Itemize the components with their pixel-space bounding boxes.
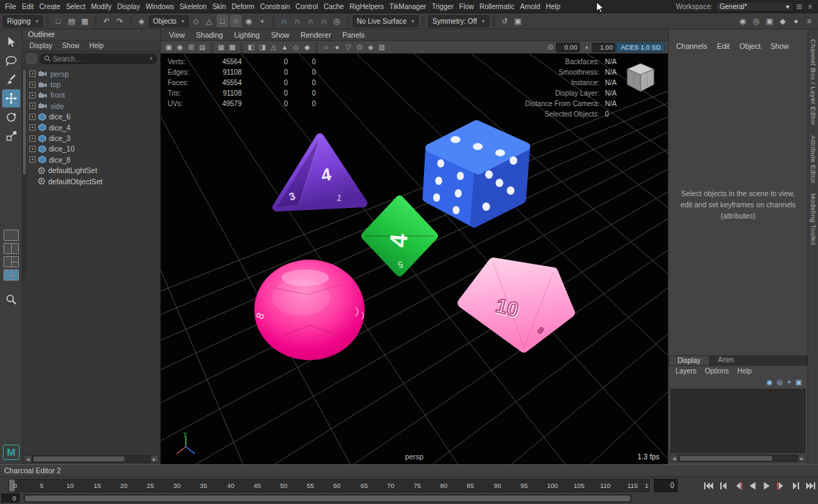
safe-action-icon[interactable]: ◇ bbox=[291, 42, 301, 53]
step-forward-frame-button[interactable] bbox=[789, 477, 803, 494]
menu-trigger[interactable]: Trigger bbox=[429, 1, 456, 12]
menu-file[interactable]: File bbox=[2, 1, 19, 12]
menu-display[interactable]: Display bbox=[115, 1, 143, 12]
layout-two-pane-button[interactable] bbox=[3, 243, 19, 254]
select-tool-button[interactable] bbox=[2, 33, 20, 51]
expand-icon[interactable]: + bbox=[29, 146, 36, 152]
render-view-icon[interactable]: ◉ bbox=[737, 15, 749, 27]
die-d8-green[interactable]: 4 5 bbox=[365, 200, 434, 272]
viewport-menu-shading[interactable]: Shading bbox=[191, 30, 229, 40]
scroll-right-icon[interactable]: ▶ bbox=[150, 455, 159, 463]
layout-three-pane-button[interactable] bbox=[3, 256, 19, 267]
menu-righelpers[interactable]: RigHelpers bbox=[346, 1, 386, 12]
step-back-frame-button[interactable] bbox=[716, 477, 730, 494]
tab-channel-box-layer-editor[interactable]: Channel Box / Layer Editor bbox=[810, 39, 817, 126]
menu-skin[interactable]: Skin bbox=[210, 1, 228, 12]
expand-icon[interactable]: + bbox=[29, 135, 36, 142]
expand-icon[interactable]: + bbox=[29, 156, 36, 163]
exposure-field[interactable]: 0.00 bbox=[556, 43, 580, 52]
layout-single-pane-button[interactable] bbox=[3, 230, 19, 241]
viewport-menu-lighting[interactable]: Lighting bbox=[228, 30, 265, 40]
gamma-field[interactable]: 1.00 bbox=[592, 43, 615, 52]
scroll-left-icon[interactable]: ◀ bbox=[670, 454, 678, 462]
viewport-menu-renderer[interactable]: Renderer bbox=[295, 30, 337, 40]
panel-menu-icon[interactable]: ≡ bbox=[803, 15, 815, 27]
snap-to-curve-icon[interactable]: ∩ bbox=[291, 15, 303, 27]
outliner-item-dice_3[interactable]: + dice_3 bbox=[28, 133, 159, 143]
tab-modeling-toolkit[interactable]: Modeling Toolkit bbox=[810, 193, 817, 245]
resolution-gate-icon[interactable]: ◨ bbox=[257, 42, 268, 53]
outliner-menu-display[interactable]: Display bbox=[25, 41, 57, 50]
shaded-icon[interactable]: ● bbox=[332, 42, 342, 53]
menu-deform[interactable]: Deform bbox=[228, 1, 257, 12]
menu-rollermatic[interactable]: Rollermatic bbox=[476, 1, 517, 12]
light-editor-icon[interactable]: ● bbox=[790, 15, 802, 27]
menu-flow[interactable]: Flow bbox=[456, 1, 476, 12]
add-layer-icon[interactable]: ◎ bbox=[777, 378, 783, 386]
outliner-item-dice_10[interactable]: + dice_10 bbox=[28, 144, 159, 154]
make-live-icon[interactable]: ◎ bbox=[331, 15, 343, 27]
menu-edit[interactable]: Edit bbox=[19, 1, 36, 12]
select-camera-icon[interactable]: ▣ bbox=[163, 42, 174, 53]
layer-horizontal-scrollbar[interactable]: ◀ ▶ bbox=[670, 454, 806, 462]
textured-icon[interactable]: ▽ bbox=[343, 42, 353, 53]
menu-cache[interactable]: Cache bbox=[321, 1, 346, 12]
outliner-item-defaultLightSet[interactable]: defaultLightSet bbox=[28, 165, 159, 176]
select-faces-icon[interactable]: □ bbox=[217, 15, 228, 27]
safe-title-icon[interactable]: ◆ bbox=[302, 42, 312, 53]
select-curves-icon[interactable]: △ bbox=[203, 15, 215, 27]
outliner-item-front[interactable]: + front bbox=[28, 90, 159, 101]
toggle-layer-visibility-icon[interactable]: ◉ bbox=[766, 378, 773, 386]
2d-pan-zoom-icon[interactable]: ▩ bbox=[227, 42, 238, 53]
menu-control[interactable]: Control bbox=[293, 1, 321, 12]
outliner-search-input[interactable] bbox=[53, 55, 147, 63]
outliner-item-dice_6[interactable]: + dice_6 bbox=[28, 112, 159, 122]
die-d4-purple[interactable]: 4 3 1 bbox=[277, 138, 363, 207]
menu-arnold[interactable]: Arnold bbox=[518, 1, 543, 12]
lasso-tool-button[interactable] bbox=[2, 52, 20, 70]
menu-windows[interactable]: Windows bbox=[143, 1, 177, 12]
step-forward-key-button[interactable] bbox=[775, 477, 789, 494]
film-gate-icon[interactable]: ◧ bbox=[246, 42, 256, 53]
channel-box-menu-edit[interactable]: Edit bbox=[712, 41, 734, 51]
expand-icon[interactable]: + bbox=[29, 71, 36, 77]
workspace-pin-icon[interactable]: ⊞ bbox=[794, 1, 805, 12]
workspace-menu-icon[interactable]: ≡ bbox=[805, 1, 816, 12]
tab-attribute-editor[interactable]: Attribute Editor bbox=[810, 135, 817, 184]
image-plane-icon[interactable]: ▦ bbox=[216, 42, 226, 53]
menu-tikmanager[interactable]: TikManager bbox=[387, 1, 429, 12]
die-d6-blue[interactable] bbox=[427, 124, 526, 223]
range-slider[interactable] bbox=[24, 494, 631, 503]
wireframe-icon[interactable]: ○ bbox=[321, 42, 331, 53]
selection-mask-select[interactable]: Objects ▾ bbox=[149, 15, 189, 27]
expand-icon[interactable]: + bbox=[29, 82, 36, 88]
outliner-menu-show[interactable]: Show bbox=[58, 41, 84, 50]
layer-options-icon[interactable]: ▣ bbox=[796, 378, 802, 386]
viewport-canvas[interactable]: 4 3 1 4 5 bbox=[161, 54, 668, 464]
select-hierarchy-icon[interactable]: ◈ bbox=[136, 15, 147, 27]
play-forward-button[interactable] bbox=[760, 477, 774, 494]
menuset-select[interactable]: Rigging ▾ bbox=[3, 15, 43, 27]
color-space-badge[interactable]: ACES 1.0 SD bbox=[616, 43, 665, 52]
viewport-menu-view[interactable]: View bbox=[163, 30, 191, 40]
snap-to-plane-icon[interactable]: ∩ bbox=[318, 15, 330, 27]
save-scene-icon[interactable]: ▦ bbox=[79, 15, 91, 27]
menu-help[interactable]: Help bbox=[543, 1, 563, 12]
select-points-icon[interactable]: ◇ bbox=[190, 15, 202, 27]
die-d20-magenta[interactable]: 8 bbox=[254, 260, 365, 360]
menu-constrain[interactable]: Constrain bbox=[257, 1, 293, 12]
snap-to-point-icon[interactable]: ∩ bbox=[305, 15, 316, 27]
gate-mask-icon[interactable]: △ bbox=[268, 42, 279, 53]
select-objects-icon[interactable]: ○ bbox=[230, 15, 242, 27]
gamma-icon[interactable]: ◑ bbox=[580, 42, 591, 53]
viewport-menu-panels[interactable]: Panels bbox=[337, 30, 370, 40]
menu-select[interactable]: Select bbox=[63, 1, 88, 12]
outliner-horizontal-scrollbar[interactable]: ◀ ▶ bbox=[24, 455, 159, 463]
add-layer-from-selected-icon[interactable]: + bbox=[787, 378, 791, 386]
rotate-tool-button[interactable] bbox=[2, 108, 20, 126]
symmetry-select[interactable]: Symmetry: Off ▾ bbox=[428, 15, 489, 27]
go-to-start-button[interactable] bbox=[701, 477, 715, 494]
outliner-menu-help[interactable]: Help bbox=[85, 41, 108, 50]
field-chart-icon[interactable]: ▲ bbox=[279, 42, 290, 53]
history-toggle-icon[interactable]: ↺ bbox=[499, 15, 511, 27]
